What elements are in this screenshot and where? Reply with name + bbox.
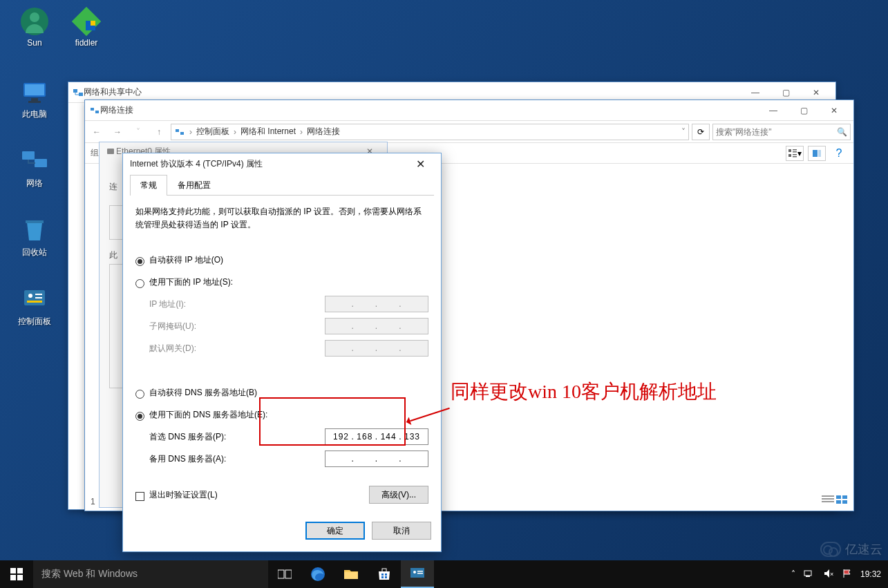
svg-rect-19 [91,108,94,111]
taskbar-search[interactable]: 搜索 Web 和 Windows [33,560,268,588]
svg-rect-54 [417,571,423,572]
taskbar-edge[interactable] [301,560,334,588]
annotation-text: 同样更改win 10客户机解析地址 [451,379,717,405]
field-label: IP 地址(I): [135,298,325,310]
store-icon [377,567,392,581]
svg-rect-29 [813,150,818,157]
titlebar[interactable]: Internet 协议版本 4 (TCP/IPv4) 属性 ✕ [123,153,441,174]
radio-icon[interactable] [135,279,144,288]
close-button[interactable]: ✕ [406,155,434,172]
forward-button[interactable]: → [108,124,126,140]
preview-pane-button[interactable] [808,146,826,161]
svg-rect-41 [10,575,16,580]
tray-clock[interactable]: 19:32 [860,569,881,579]
monitor-icon [20,77,49,106]
window-title: 网络连接 [100,104,758,116]
alternate-dns-input[interactable]: ... [325,451,428,467]
field-row-mask: 子网掩码(U): ... [135,317,428,335]
desktop-icon-label: 网络 [10,178,59,189]
preferred-dns-input[interactable]: 192. 168. 144. 133 [325,428,428,445]
recent-button[interactable]: ˅ [129,124,147,140]
desktop-icon-label: 控制面板 [10,316,59,328]
desktop-icon-thispc[interactable]: 此电脑 [10,77,59,120]
network-icon [20,146,49,176]
system-tray[interactable]: ˄ × 19:32 [784,569,888,580]
dialog-body: 如果网络支持此功能，则可以获取自动指派的 IP 设置。否则，你需要从网络系统管理… [123,196,441,515]
start-button[interactable] [0,560,33,588]
view-options-button[interactable]: ▾ [786,146,804,161]
desktop-icon-fiddler[interactable]: fiddler [62,7,111,48]
taskbar-control-panel[interactable] [401,560,434,588]
close-button[interactable]: ✕ [819,101,849,120]
status-item-count: 1 [91,497,95,506]
advanced-button[interactable]: 高级(V)... [369,486,428,504]
taskbar-explorer[interactable] [334,560,368,588]
desktop-icon-label: fiddler [62,38,111,48]
breadcrumb-item[interactable]: 网络和 Internet [240,126,296,137]
tray-flag-icon[interactable] [842,569,852,580]
radio-row-ip-manual[interactable]: 使用下面的 IP 地址(S): [135,273,428,291]
radio-row-ip-auto[interactable]: 自动获得 IP 地址(O) [135,251,428,269]
field-label: 首选 DNS 服务器(P): [135,431,325,443]
desktop-icon-sun[interactable]: Sun [10,7,59,48]
radio-icon[interactable] [135,390,144,399]
watermark-text: 亿速云 [845,541,882,558]
field-label: 子网掩码(U): [135,321,325,332]
tray-chevron-up-icon[interactable]: ˄ [791,569,795,579]
maximize-button[interactable]: ▢ [788,101,819,120]
tray-network-icon[interactable] [804,569,815,580]
details-view-icon[interactable] [822,495,834,506]
tab-general[interactable]: 常规 [130,175,167,196]
windows-icon [10,568,23,580]
dialog-title: Internet 协议版本 4 (TCP/IPv4) 属性 [130,158,406,170]
desktop-icon-network[interactable]: 网络 [10,146,59,189]
svg-rect-18 [79,93,83,96]
refresh-button[interactable]: ⟳ [692,124,710,140]
field-row-preferred-dns: 首选 DNS 服务器(P): 192. 168. 144. 133 [135,428,428,446]
back-button[interactable]: ← [88,124,106,140]
network-connections-icon [89,105,100,116]
svg-rect-6 [25,84,44,95]
minimize-button[interactable]: — [758,101,788,120]
task-view-button[interactable] [268,560,301,588]
checkbox-validate[interactable] [135,492,144,501]
search-icon[interactable]: 🔍 [837,127,847,137]
field-label: 备用 DNS 服务器(A): [135,453,325,465]
search-input[interactable] [716,127,834,137]
help-button[interactable]: ? [830,146,848,161]
svg-text:×: × [830,571,833,578]
dialog-tcpip-properties[interactable]: Internet 协议版本 4 (TCP/IPv4) 属性 ✕ 常规 备用配置 … [122,153,442,552]
radio-row-dns-auto[interactable]: 自动获得 DNS 服务器地址(B) [135,383,428,401]
svg-rect-56 [804,571,811,576]
network-center-icon [73,87,84,98]
tray-volume-icon[interactable]: × [823,569,834,580]
dialog-buttons: 确定 取消 [123,515,441,549]
tab-alternate[interactable]: 备用配置 [167,175,221,196]
large-icons-view-icon[interactable] [835,495,848,506]
taskbar-store[interactable] [368,560,401,588]
search-box[interactable]: 🔍 [712,124,851,140]
cancel-button[interactable]: 取消 [372,522,431,540]
taskbar[interactable]: 搜索 Web 和 Windows ˄ × 19:32 [0,560,888,588]
svg-rect-33 [822,501,834,502]
titlebar[interactable]: 网络连接 — ▢ ✕ [85,100,853,121]
breadcrumb-item[interactable]: 控制面板 [196,126,229,137]
address-bar[interactable]: › 控制面板 › 网络和 Internet › 网络连接 ˅ [171,124,689,140]
up-button[interactable]: ↑ [150,124,168,140]
svg-rect-35 [842,495,847,499]
radio-icon[interactable] [135,257,144,266]
desktop-icon-recycle[interactable]: 回收站 [10,216,59,258]
svg-rect-44 [285,570,292,578]
desktop-icon-cpanel[interactable]: 控制面板 [10,285,59,328]
radio-label: 使用下面的 DNS 服务器地址(E): [149,409,428,421]
ok-button[interactable]: 确定 [305,522,365,540]
dialog-description: 如果网络支持此功能，则可以获取自动指派的 IP 设置。否则，你需要从网络系统管理… [135,205,428,231]
svg-rect-22 [180,132,184,135]
dropdown-icon[interactable]: ˅ [681,127,686,137]
chevron-right-icon: › [300,127,303,137]
svg-rect-23 [788,149,791,152]
checkbox-label: 退出时验证设置(L) [149,489,369,501]
radio-icon[interactable] [135,412,144,421]
breadcrumb-item[interactable]: 网络连接 [307,126,340,137]
radio-row-dns-manual[interactable]: 使用下面的 DNS 服务器地址(E): [135,406,428,424]
